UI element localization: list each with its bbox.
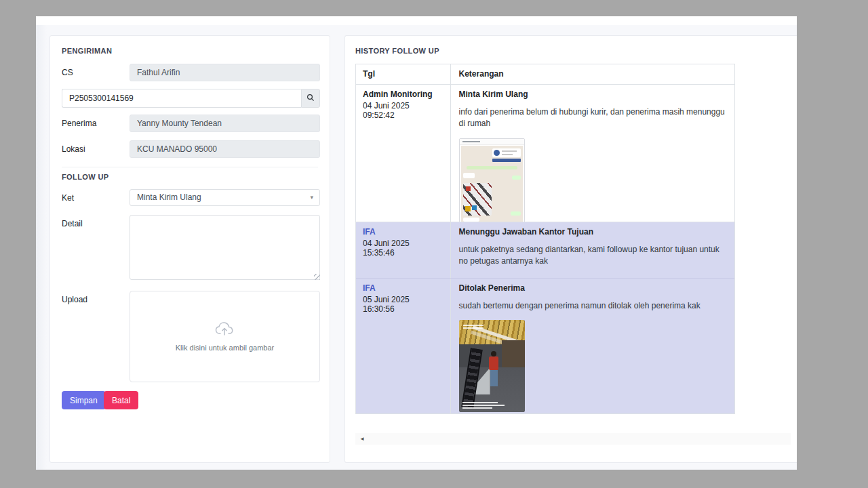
detail-label: Detail bbox=[62, 219, 83, 228]
history-table: Tgl Keterangan Admin Monitoring 04 Juni … bbox=[355, 64, 735, 414]
search-icon bbox=[307, 94, 315, 104]
row-author: Admin Monitoring bbox=[363, 89, 443, 99]
penerima-field: Yanny Mounty Tendean bbox=[130, 115, 320, 132]
pengiriman-card: PENGIRIMAN CS Fathul Arifin Penerima Yan… bbox=[50, 35, 330, 463]
simpan-button[interactable]: Simpan bbox=[62, 391, 106, 409]
tgl-cell: IFA 04 Juni 2025 15:35:46 bbox=[356, 222, 451, 278]
upload-label: Upload bbox=[62, 295, 87, 304]
row-subject: Menunggu Jawaban Kantor Tujuan bbox=[459, 227, 726, 237]
ket-select[interactable]: Minta Kirim Ulang ▾ bbox=[130, 189, 320, 206]
package-photo-in-chat bbox=[463, 183, 492, 216]
table-row: IFA 05 Juni 2025 16:30:56 Ditolak Peneri… bbox=[356, 278, 734, 413]
contact-card-footer bbox=[492, 159, 521, 162]
resize-handle[interactable] bbox=[314, 274, 320, 280]
row-author: IFA bbox=[363, 227, 443, 237]
whatsapp-screenshot-thumbnail[interactable] bbox=[459, 138, 525, 222]
upload-hint-text: Klik disini untuk ambil gambar bbox=[176, 344, 275, 352]
chat-bubble bbox=[511, 211, 521, 216]
chat-bubble bbox=[512, 176, 521, 180]
cs-label: CS bbox=[62, 68, 73, 77]
chat-bubble bbox=[463, 218, 479, 222]
photo-timestamp-overlay bbox=[462, 401, 505, 409]
contact-card-bubble bbox=[492, 148, 521, 157]
window-topbar bbox=[36, 16, 797, 25]
scroll-left-arrow-icon: ◄ bbox=[355, 436, 365, 442]
cloud-upload-icon bbox=[215, 321, 235, 338]
person-head bbox=[491, 351, 496, 357]
left-edge-strip bbox=[36, 25, 47, 470]
chevron-down-icon: ▾ bbox=[310, 190, 313, 205]
horizontal-scrollbar[interactable]: ◄ bbox=[355, 433, 791, 445]
whatsapp-titlebar bbox=[460, 139, 524, 145]
detail-textarea[interactable] bbox=[130, 215, 320, 280]
system-message-bubble bbox=[467, 166, 517, 169]
app-window: PENGIRIMAN CS Fathul Arifin Penerima Yan… bbox=[36, 16, 797, 470]
row-message: untuk paketnya sedang diantarkan, kami f… bbox=[459, 244, 726, 268]
ket-label: Ket bbox=[62, 193, 74, 203]
column-header-tgl: Tgl bbox=[356, 64, 451, 84]
tgl-cell: IFA 05 Juni 2025 16:30:56 bbox=[356, 279, 451, 413]
section-divider bbox=[62, 167, 318, 167]
upload-dropzone[interactable]: Klik disini untuk ambil gambar bbox=[130, 291, 320, 382]
resi-search-group bbox=[62, 89, 320, 108]
row-subject: Minta Kirim Ulang bbox=[459, 89, 726, 99]
row-datetime: 04 Juni 2025 15:35:46 bbox=[363, 239, 443, 258]
history-title: HISTORY FOLLOW UP bbox=[355, 47, 439, 55]
row-message: info dari penerima belum di hubungi kuri… bbox=[459, 106, 726, 130]
lokasi-label: Lokasi bbox=[62, 144, 85, 154]
photo-overlay-text bbox=[463, 323, 484, 329]
resi-input[interactable] bbox=[62, 89, 301, 108]
batal-button[interactable]: Batal bbox=[104, 391, 138, 409]
history-card: HISTORY FOLLOW UP Tgl Keterangan Admin M… bbox=[344, 35, 797, 463]
keterangan-cell: Minta Kirim Ulang info dari penerima bel… bbox=[451, 85, 734, 222]
followup-title: FOLLOW UP bbox=[62, 173, 109, 181]
row-message: sudah bertemu dengan penerima namun dito… bbox=[459, 300, 726, 312]
column-header-keterangan: Keterangan bbox=[451, 64, 734, 84]
tgl-cell: Admin Monitoring 04 Juni 2025 09:52:42 bbox=[356, 85, 451, 222]
search-button[interactable] bbox=[301, 89, 320, 108]
row-author: IFA bbox=[363, 283, 443, 293]
pengiriman-title: PENGIRIMAN bbox=[62, 47, 112, 55]
chat-bubble bbox=[463, 173, 475, 178]
ket-selected-value: Minta Kirim Ulang bbox=[137, 192, 201, 202]
keterangan-cell: Menunggu Jawaban Kantor Tujuan untuk pak… bbox=[451, 222, 734, 278]
table-row: Admin Monitoring 04 Juni 2025 09:52:42 M… bbox=[356, 84, 734, 222]
row-datetime: 04 Juni 2025 09:52:42 bbox=[363, 101, 443, 120]
table-row: IFA 04 Juni 2025 15:35:46 Menunggu Jawab… bbox=[356, 222, 734, 278]
penerima-label: Penerima bbox=[62, 119, 96, 128]
row-datetime: 05 Juni 2025 16:30:56 bbox=[363, 295, 443, 314]
avatar bbox=[494, 150, 500, 156]
delivery-photo-thumbnail[interactable] bbox=[459, 320, 525, 412]
table-header-row: Tgl Keterangan bbox=[356, 64, 734, 84]
lokasi-field: KCU MANADO 95000 bbox=[130, 140, 320, 158]
row-subject: Ditolak Penerima bbox=[459, 283, 726, 293]
person-red-shirt bbox=[489, 357, 498, 370]
cs-field: Fathul Arifin bbox=[130, 64, 320, 81]
person-jeans bbox=[490, 370, 498, 386]
keterangan-cell: Ditolak Penerima sudah bertemu dengan pe… bbox=[451, 279, 734, 413]
whatsapp-chat-area bbox=[461, 146, 523, 222]
